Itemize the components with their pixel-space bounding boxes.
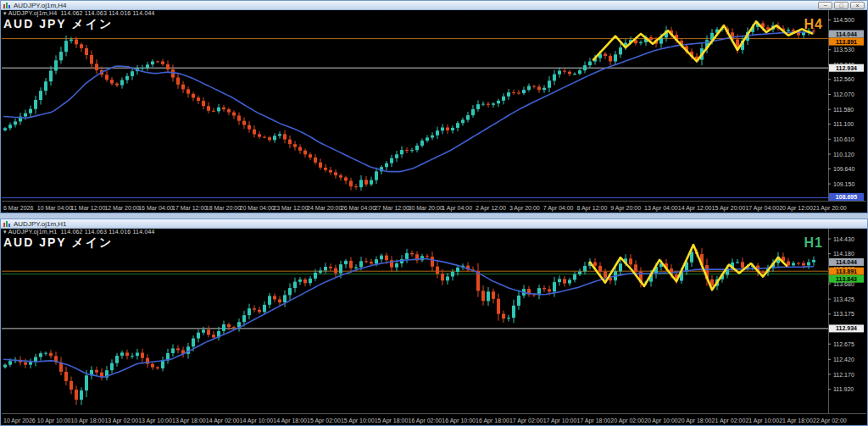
timeframe-label-h1: H1 bbox=[804, 235, 823, 251]
svg-text:20 Apr 12:00: 20 Apr 12:00 bbox=[779, 205, 813, 212]
svg-text:14 Apr 18:00: 14 Apr 18:00 bbox=[273, 418, 307, 424]
svg-text:10 Apr 2026: 10 Apr 2026 bbox=[3, 418, 36, 424]
svg-text:10 Apr 18:00: 10 Apr 18:00 bbox=[71, 418, 105, 424]
svg-text:113.843: 113.843 bbox=[836, 276, 857, 282]
svg-text:9 Apr 20:00: 9 Apr 20:00 bbox=[610, 205, 641, 212]
window-title: AUDJPY.oj1m,H4 bbox=[14, 2, 67, 9]
timeframe-label-h4: H4 bbox=[804, 17, 823, 32]
svg-text:113.891: 113.891 bbox=[836, 39, 857, 45]
svg-text:14 Apr 10:00: 14 Apr 10:00 bbox=[240, 418, 274, 424]
candles-layer bbox=[3, 21, 815, 191]
svg-text:114.500: 114.500 bbox=[833, 17, 854, 23]
candlestick-chart-h1[interactable]: 114.430114.180113.930113.680113.425113.1… bbox=[1, 229, 867, 425]
chart-canvas-h4[interactable]: 114.500114.010113.530113.040112.560112.0… bbox=[1, 10, 867, 213]
moving-average-line bbox=[3, 259, 814, 378]
svg-text:15 Apr 18:00: 15 Apr 18:00 bbox=[375, 418, 409, 424]
horizontal-level-lines[interactable] bbox=[2, 39, 828, 198]
svg-text:2 Apr 12:00: 2 Apr 12:00 bbox=[476, 205, 506, 212]
svg-text:24 Mar 20:00: 24 Mar 20:00 bbox=[307, 205, 342, 211]
minimize-icon: − bbox=[823, 3, 826, 8]
svg-text:114.430: 114.430 bbox=[833, 236, 854, 242]
window-title: AUDJPY.oj1m,H1 bbox=[14, 220, 67, 228]
svg-text:111.920: 111.920 bbox=[833, 386, 854, 392]
time-axis[interactable]: 10 Apr 202610 Apr 10:0010 Apr 18:0013 Ap… bbox=[3, 418, 847, 424]
svg-text:110.120: 110.120 bbox=[833, 152, 854, 158]
svg-text:14 Apr 12:00: 14 Apr 12:00 bbox=[678, 205, 712, 212]
time-axis[interactable]: 6 Mar 202610 Mar 04:0011 Mar 12:0012 Mar… bbox=[3, 205, 847, 212]
svg-text:16 Mar 04:00: 16 Mar 04:00 bbox=[138, 205, 173, 211]
svg-text:16 Apr 18:00: 16 Apr 18:00 bbox=[476, 418, 509, 424]
svg-text:14 Apr 02:00: 14 Apr 02:00 bbox=[206, 418, 240, 424]
svg-text:17 Apr 02:00: 17 Apr 02:00 bbox=[509, 418, 543, 424]
svg-text:21 Apr 02:00: 21 Apr 02:00 bbox=[712, 418, 746, 424]
price-marker-badges: 114.044113.891112.934108.695 bbox=[829, 30, 864, 201]
chart-window-h4[interactable]: AUDJPY.oj1m,H4 − □ × 114.500114.010113.5… bbox=[0, 0, 868, 213]
svg-text:113.175: 113.175 bbox=[833, 311, 854, 317]
svg-text:113.891: 113.891 bbox=[836, 268, 857, 274]
svg-text:3 Apr 20:00: 3 Apr 20:00 bbox=[509, 205, 540, 212]
chart-canvas-h1[interactable]: 114.430114.180113.930113.680113.425113.1… bbox=[1, 229, 867, 425]
svg-text:15 Apr 02:00: 15 Apr 02:00 bbox=[307, 418, 341, 424]
svg-text:10 Mar 04:00: 10 Mar 04:00 bbox=[37, 205, 72, 211]
window-titlebar[interactable]: AUDJPY.oj1m,H4 − □ × bbox=[1, 1, 867, 10]
svg-text:17 Apr 04:00: 17 Apr 04:00 bbox=[745, 205, 779, 212]
svg-text:17 Apr 10:00: 17 Apr 10:00 bbox=[543, 418, 577, 424]
svg-text:30 Mar 20:00: 30 Mar 20:00 bbox=[409, 205, 443, 211]
svg-text:109.640: 109.640 bbox=[833, 166, 854, 172]
svg-text:114.180: 114.180 bbox=[833, 251, 854, 257]
svg-text:8 Apr 12:00: 8 Apr 12:00 bbox=[577, 205, 608, 212]
svg-text:13 Apr 18:00: 13 Apr 18:00 bbox=[172, 418, 206, 424]
svg-text:22 Apr 02:00: 22 Apr 02:00 bbox=[813, 418, 847, 424]
svg-text:23 Mar 12:00: 23 Mar 12:00 bbox=[273, 205, 308, 211]
svg-text:112.070: 112.070 bbox=[833, 91, 854, 97]
chart-icon bbox=[3, 3, 11, 8]
price-marker-badges: 114.044113.891113.843112.934 bbox=[829, 258, 864, 333]
svg-text:15 Apr 20:00: 15 Apr 20:00 bbox=[712, 205, 746, 212]
svg-text:112.934: 112.934 bbox=[836, 325, 857, 331]
svg-text:10 Apr 10:00: 10 Apr 10:00 bbox=[37, 418, 71, 424]
svg-text:113.530: 113.530 bbox=[833, 47, 854, 53]
svg-text:20 Apr 10:00: 20 Apr 10:00 bbox=[644, 418, 678, 424]
restore-icon: □ bbox=[839, 3, 843, 8]
svg-text:6 Mar 2026: 6 Mar 2026 bbox=[3, 205, 34, 211]
restore-button[interactable]: □ bbox=[834, 2, 849, 9]
close-button[interactable]: × bbox=[850, 2, 865, 9]
svg-text:21 Apr 20:00: 21 Apr 20:00 bbox=[813, 205, 847, 212]
minimize-button[interactable]: − bbox=[818, 2, 832, 9]
svg-text:11 Mar 12:00: 11 Mar 12:00 bbox=[71, 205, 106, 211]
svg-text:1 Apr 04:00: 1 Apr 04:00 bbox=[442, 205, 472, 212]
svg-text:109.150: 109.150 bbox=[833, 181, 854, 187]
svg-text:16 Apr 02:00: 16 Apr 02:00 bbox=[409, 418, 442, 424]
horizontal-level-lines[interactable] bbox=[2, 271, 828, 329]
svg-text:21 Apr 18:00: 21 Apr 18:00 bbox=[779, 418, 813, 424]
svg-text:13 Apr 04:00: 13 Apr 04:00 bbox=[644, 205, 678, 212]
svg-text:27 Mar 12:00: 27 Mar 12:00 bbox=[375, 205, 409, 211]
chart-icon bbox=[3, 221, 11, 227]
svg-text:16 Apr 10:00: 16 Apr 10:00 bbox=[442, 418, 476, 424]
svg-text:108.695: 108.695 bbox=[836, 194, 857, 200]
window-titlebar[interactable]: AUDJPY.oj1m,H1 bbox=[1, 219, 867, 229]
svg-text:18 Mar 20:00: 18 Mar 20:00 bbox=[206, 205, 241, 211]
svg-text:112.560: 112.560 bbox=[833, 76, 854, 82]
svg-text:114.044: 114.044 bbox=[836, 31, 857, 37]
close-icon: × bbox=[855, 3, 859, 8]
svg-text:113.425: 113.425 bbox=[833, 296, 854, 302]
svg-text:17 Apr 18:00: 17 Apr 18:00 bbox=[577, 418, 611, 424]
svg-text:112.675: 112.675 bbox=[833, 341, 854, 347]
svg-text:112.934: 112.934 bbox=[836, 65, 857, 71]
candlestick-chart-h4[interactable]: 114.500114.010113.530113.040112.560112.0… bbox=[1, 10, 867, 213]
svg-text:20 Mar 04:00: 20 Mar 04:00 bbox=[240, 205, 275, 211]
svg-text:112.420: 112.420 bbox=[833, 357, 854, 362]
svg-text:15 Apr 10:00: 15 Apr 10:00 bbox=[341, 418, 375, 424]
svg-text:20 Apr 02:00: 20 Apr 02:00 bbox=[610, 418, 644, 424]
svg-text:20 Apr 18:00: 20 Apr 18:00 bbox=[678, 418, 712, 424]
svg-text:26 Mar 04:00: 26 Mar 04:00 bbox=[341, 205, 376, 211]
svg-text:12 Mar 20:00: 12 Mar 20:00 bbox=[104, 205, 139, 211]
svg-text:7 Apr 04:00: 7 Apr 04:00 bbox=[543, 205, 574, 212]
svg-text:17 Mar 12:00: 17 Mar 12:00 bbox=[172, 205, 207, 211]
svg-text:112.170: 112.170 bbox=[833, 372, 854, 378]
svg-text:110.610: 110.610 bbox=[833, 136, 854, 142]
svg-text:111.580: 111.580 bbox=[833, 107, 854, 113]
chart-window-h1[interactable]: AUDJPY.oj1m,H1 114.430114.180113.930113.… bbox=[0, 219, 868, 426]
svg-text:111.100: 111.100 bbox=[833, 121, 854, 127]
